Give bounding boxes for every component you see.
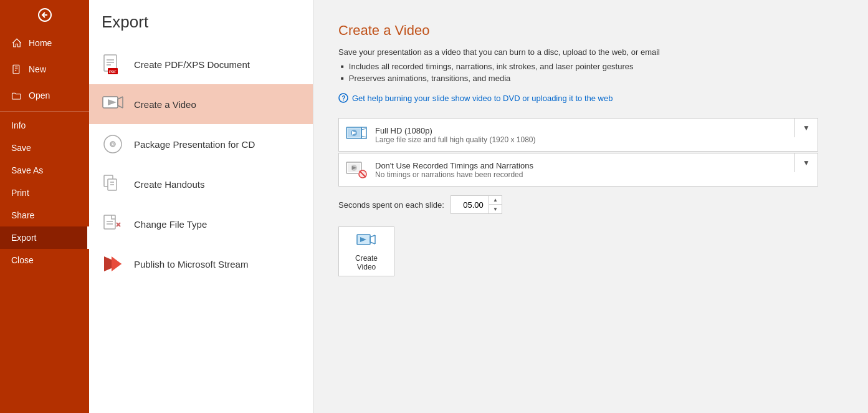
sidebar-new-label: New <box>29 64 46 74</box>
svg-marker-29 <box>112 256 122 271</box>
video-menu-icon <box>102 93 124 115</box>
feature-bullets: Includes all recorded timings, narration… <box>341 61 843 84</box>
sidebar-open-label: Open <box>29 90 50 100</box>
sidebar-item-print[interactable]: Print <box>0 182 89 204</box>
pdf-label: Create PDF/XPS Document <box>134 59 250 70</box>
svg-text:?: ? <box>342 95 346 102</box>
seconds-increment[interactable]: ▲ <box>489 196 502 205</box>
sidebar-item-info[interactable]: Info <box>0 114 89 137</box>
sidebar-item-save[interactable]: Save <box>0 137 89 159</box>
handouts-label: Create Handouts <box>134 179 204 190</box>
sidebar: Home New Open Info Save Save As Print Sh… <box>0 0 89 413</box>
quality-sublabel: Large file size and full high quality (1… <box>375 135 789 144</box>
timings-sublabel: No timings or narrations have been recor… <box>375 170 789 179</box>
page-title: Create a Video <box>338 22 843 39</box>
seconds-row: Seconds spent on each slide: 05.00 ▲ ▼ <box>338 195 843 214</box>
stream-icon <box>102 253 124 275</box>
sidebar-item-home[interactable]: Home <box>0 30 89 56</box>
svg-text:PDF: PDF <box>109 70 117 74</box>
home-icon <box>11 37 22 49</box>
back-button[interactable] <box>0 0 89 30</box>
sidebar-item-close[interactable]: Close <box>0 249 89 271</box>
export-title: Export <box>89 12 313 44</box>
create-video-btn-label: CreateVideo <box>355 254 378 271</box>
filetype-icon <box>102 213 124 235</box>
help-icon: ? <box>338 93 348 103</box>
stream-label: Publish to Microsoft Stream <box>134 259 248 270</box>
svg-rect-25 <box>104 215 115 229</box>
timings-dropdown-icon <box>345 158 368 181</box>
svg-line-14 <box>118 97 123 99</box>
svg-line-38 <box>361 136 366 137</box>
quality-label: Full HD (1080p) <box>375 126 789 135</box>
export-menu-item-stream[interactable]: Publish to Microsoft Stream <box>89 244 313 284</box>
video-label: Create a Video <box>134 99 196 110</box>
timings-dropdown-arrow[interactable]: ▼ <box>794 153 818 172</box>
seconds-input[interactable]: 05.00 <box>451 196 489 213</box>
seconds-label: Seconds spent on each slide: <box>338 200 444 210</box>
export-menu-item-video[interactable]: Create a Video <box>89 84 313 124</box>
svg-rect-2 <box>13 65 19 74</box>
export-menu-item-filetype[interactable]: Change File Type <box>89 204 313 244</box>
quality-dropdown-arrow[interactable]: ▼ <box>794 119 818 137</box>
video-description: Save your presentation as a video that y… <box>338 47 843 57</box>
new-icon <box>11 64 22 75</box>
seconds-spinner[interactable]: 05.00 ▲ ▼ <box>451 195 502 214</box>
pdf-icon: PDF <box>102 53 124 75</box>
create-video-button[interactable]: CreateVideo <box>338 226 394 276</box>
svg-point-20 <box>112 143 114 145</box>
sidebar-home-label: Home <box>29 38 52 48</box>
timings-dropdown[interactable]: Don't Use Recorded Timings and Narration… <box>338 153 818 187</box>
bullet-1: Includes all recorded timings, narration… <box>341 61 843 72</box>
svg-line-37 <box>361 129 366 130</box>
export-menu-item-cd[interactable]: Package Presentation for CD <box>89 124 313 164</box>
open-icon <box>11 90 22 101</box>
sidebar-item-save-as[interactable]: Save As <box>0 159 89 182</box>
quality-dropdown[interactable]: Full HD (1080p) Large file size and full… <box>338 118 818 152</box>
help-link[interactable]: ? Get help burning your slide show video… <box>338 93 843 103</box>
sidebar-item-new[interactable]: New <box>0 56 89 82</box>
export-menu-item-handouts[interactable]: Create Handouts <box>89 164 313 204</box>
export-menu: Export PDF Create PDF/XPS Document Creat… <box>89 0 313 413</box>
bullet-2: Preserves animations, transitions, and m… <box>341 72 843 84</box>
cd-label: Package Presentation for CD <box>134 139 255 150</box>
create-video-btn-icon <box>356 231 376 251</box>
timings-label: Don't Use Recorded Timings and Narration… <box>375 161 789 170</box>
sidebar-item-open[interactable]: Open <box>0 82 89 109</box>
sidebar-item-export[interactable]: Export <box>0 226 89 249</box>
sidebar-item-share[interactable]: Share <box>0 204 89 226</box>
seconds-decrement[interactable]: ▼ <box>489 205 502 213</box>
main-content: Create a Video Save your presentation as… <box>313 0 868 413</box>
svg-line-50 <box>370 242 375 244</box>
svg-line-49 <box>370 235 375 237</box>
cd-icon <box>102 133 124 155</box>
filetype-label: Change File Type <box>134 219 207 230</box>
quality-dropdown-icon <box>345 124 368 146</box>
handouts-icon <box>102 173 124 195</box>
export-menu-item-pdf[interactable]: PDF Create PDF/XPS Document <box>89 44 313 84</box>
svg-line-15 <box>118 105 123 108</box>
